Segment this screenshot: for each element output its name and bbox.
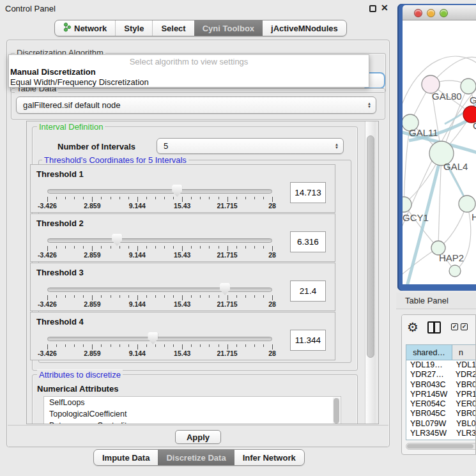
table-row[interactable]: YBL079WYBL0 <box>406 419 476 429</box>
cell-name[interactable]: YBR0 <box>452 409 476 418</box>
gear-icon[interactable]: ⚙ <box>407 319 418 335</box>
cell-name[interactable]: YDL1 <box>452 360 476 370</box>
column-header-name[interactable]: n <box>452 345 476 360</box>
table-panel-titlebar: Table Panel <box>396 293 476 309</box>
threshold-value-field[interactable]: 21.4 <box>290 280 326 302</box>
threshold-slider-track[interactable] <box>47 189 272 194</box>
numerical-attributes-list[interactable]: SelfLoopsTopologicalCoefficientBetweenne… <box>43 396 341 424</box>
checkbox-icon[interactable]: ✓ <box>461 323 468 330</box>
table-data-combobox[interactable]: galFiltered.sif default node ▲▼ <box>16 96 376 114</box>
table-row[interactable]: YDR27…YDR2 <box>406 370 476 380</box>
slider-ruler <box>47 295 272 300</box>
network-node-label: GCY1 <box>403 212 429 223</box>
cell-shared-name[interactable]: YLR345W <box>406 429 452 438</box>
split-columns-icon[interactable] <box>427 321 441 334</box>
slider-ruler <box>47 246 272 251</box>
threshold-value-field[interactable]: 6.316 <box>290 231 326 252</box>
threshold-label: Threshold 2 <box>36 219 84 228</box>
tab-style[interactable]: Style <box>115 20 152 36</box>
attribute-item[interactable]: SelfLoops <box>44 397 341 408</box>
table-row[interactable]: YDL19…YDL1 <box>406 360 476 370</box>
cell-shared-name[interactable]: YPR145W <box>406 390 452 399</box>
attributes-group-title: Attributes to discretize <box>37 370 123 380</box>
threshold-slider-track[interactable] <box>47 238 272 243</box>
cell-name[interactable]: YIL0 <box>452 438 476 440</box>
table-data-selected: galFiltered.sif default node <box>23 100 120 110</box>
cell-shared-name[interactable]: YBR045C <box>406 409 452 418</box>
algorithm-option-equal-width[interactable]: Equal Width/Frequency Discretization <box>10 77 149 87</box>
zoom-traffic-light-icon[interactable] <box>440 9 448 17</box>
close-icon[interactable]: ✕ <box>381 3 388 13</box>
table-toolbar: ⚙ ✓ ✓ <box>402 315 475 341</box>
network-graph[interactable]: GAL80GCGAL11GAL4GCY1HHAP2 <box>403 20 476 284</box>
network-window-titlebar[interactable] <box>403 5 476 20</box>
threshold-value-field[interactable]: 11.344 <box>290 330 326 351</box>
threshold-slider-thumb[interactable] <box>220 283 230 295</box>
numerical-attributes-label: Numerical Attributes <box>37 384 118 394</box>
tab-select[interactable]: Select <box>152 20 194 36</box>
table-row[interactable]: YLR345WYLR3 <box>406 429 476 438</box>
column-header-shared[interactable]: shared… <box>406 345 452 360</box>
cell-name[interactable]: YER0 <box>452 399 476 409</box>
threshold-slider-thumb[interactable] <box>112 234 122 246</box>
tab-infer-network[interactable]: Infer Network <box>234 450 304 465</box>
threshold-slider-track[interactable] <box>47 288 272 292</box>
cell-shared-name[interactable]: YDL19… <box>406 360 452 370</box>
settings-scroll-panel: Interval Definition Number of Intervals … <box>26 121 379 424</box>
slider-ruler <box>47 197 272 202</box>
table-row[interactable]: YBR043CYBR0 <box>406 380 476 390</box>
table-row[interactable]: YER054CYER0 <box>406 399 476 409</box>
cell-name[interactable]: YPR1 <box>452 390 476 399</box>
number-of-intervals-label: Number of Intervals <box>58 142 135 151</box>
float-window-icon[interactable] <box>369 5 376 12</box>
slider-ruler <box>47 344 272 349</box>
tab-label: Infer Network <box>243 453 296 463</box>
cell-shared-name[interactable]: YER054C <box>406 399 452 409</box>
number-of-intervals-value: 5 <box>164 141 168 151</box>
tab-impute-data[interactable]: Impute Data <box>94 450 158 465</box>
threshold-value-field[interactable]: 14.713 <box>290 182 326 203</box>
cell-shared-name[interactable]: YBR043C <box>406 380 452 390</box>
table-row[interactable]: YPR145WYPR1 <box>406 390 476 399</box>
cell-name[interactable]: YBL0 <box>452 419 476 429</box>
tab-jactivemnodules[interactable]: jActiveMNodules <box>263 20 346 36</box>
cell-shared-name[interactable]: YBL079W <box>406 419 452 429</box>
algorithm-hint: Select algorithm to view settings <box>9 57 369 66</box>
network-node[interactable] <box>461 79 476 94</box>
tab-discretize-data[interactable]: Discretize Data <box>158 450 234 465</box>
node-table[interactable]: shared… n YDL19…YDL1YDR27…YDR2YBR043CYBR… <box>406 344 476 440</box>
cell-name[interactable]: YLR3 <box>452 429 476 438</box>
tab-network[interactable]: Network <box>55 20 115 36</box>
close-traffic-light-icon[interactable] <box>414 9 422 17</box>
network-window: GAL80GCGAL11GAL4GCY1HHAP2 <box>397 4 476 291</box>
table-row[interactable]: YIL053CYIL0 <box>406 438 476 440</box>
number-of-intervals-row: Number of Intervals 5 ▲▼ <box>38 138 351 156</box>
threshold-row: Threshold 1-3.4262.8599.14415.4321.71528… <box>30 164 335 213</box>
threshold-slider-thumb[interactable] <box>172 185 182 197</box>
table-row[interactable]: YBR045CYBR0 <box>406 409 476 418</box>
threshold-slider-track[interactable] <box>47 337 272 341</box>
network-node[interactable] <box>459 196 475 212</box>
number-of-intervals-combobox[interactable]: 5 ▲▼ <box>157 138 344 154</box>
apply-row: Apply <box>8 426 388 447</box>
cell-name[interactable]: YBR0 <box>452 380 476 390</box>
algorithm-option-manual[interactable]: Manual Discretization <box>10 67 96 77</box>
table-horizontal-scrollbar[interactable] <box>406 443 476 450</box>
attributes-list-scrollbar[interactable] <box>333 397 340 424</box>
attribute-item[interactable]: TopologicalCoefficient <box>44 408 341 420</box>
slider-tick-labels: -3.4262.8599.14415.4321.71528 <box>47 349 272 358</box>
cell-name[interactable]: YDR2 <box>452 370 476 380</box>
network-canvas[interactable]: GAL80GCGAL11GAL4GCY1HHAP2 <box>403 20 476 284</box>
attribute-item[interactable]: BetweennessCentrality <box>44 420 341 424</box>
cell-shared-name[interactable]: YDR27… <box>406 370 452 380</box>
tab-label: Discretize Data <box>166 453 226 463</box>
checkbox-icon[interactable]: ✓ <box>451 323 458 330</box>
tab-cyni-toolbox[interactable]: Cyni Toolbox <box>194 20 263 36</box>
threshold-slider-thumb[interactable] <box>148 332 158 344</box>
cell-shared-name[interactable]: YIL053C <box>406 438 452 440</box>
network-node[interactable] <box>449 265 461 277</box>
minimize-traffic-light-icon[interactable] <box>427 9 435 17</box>
apply-button[interactable]: Apply <box>175 430 221 444</box>
settings-vertical-scrollbar[interactable] <box>365 121 376 424</box>
network-node[interactable] <box>403 197 411 212</box>
